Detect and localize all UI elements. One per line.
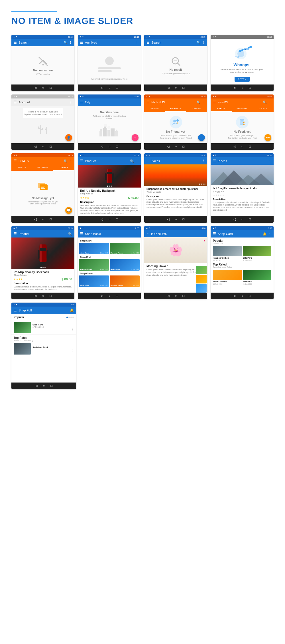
back-icon[interactable]: ◁ (233, 86, 236, 90)
tab-chats[interactable]: CHATS (53, 165, 74, 171)
recents-icon[interactable]: □ (50, 294, 52, 298)
search-icon[interactable]: 🔍 (196, 100, 200, 104)
home-icon[interactable]: ○ (109, 294, 111, 298)
back-icon[interactable]: ◁ (101, 145, 103, 148)
recents-icon[interactable]: □ (183, 218, 185, 221)
snap-full-item-park[interactable]: Side Park 17 Feb 2015 ⋮ (11, 321, 76, 335)
back-icon[interactable]: ◁ (233, 145, 236, 148)
home-icon[interactable]: ○ (43, 384, 45, 388)
more-icon[interactable]: ⋮ (268, 232, 271, 236)
home-icon[interactable]: ○ (175, 218, 177, 221)
back-icon[interactable]: ◁ (101, 218, 103, 221)
back-arrow-icon[interactable]: ← (146, 160, 149, 162)
snap-cell-2[interactable]: Morning Flower 12 Mar 2015 (110, 243, 140, 254)
more-icon[interactable]: ⋮ (135, 232, 139, 236)
home-icon[interactable]: ○ (42, 294, 44, 298)
search-icon[interactable]: 🔍 (64, 159, 68, 163)
recents-icon[interactable]: □ (116, 294, 118, 298)
search-icon[interactable]: 🔍 (130, 159, 134, 163)
more-icon[interactable]: ⋮ (202, 100, 205, 104)
recents-icon[interactable]: □ (249, 218, 251, 221)
back-icon[interactable]: ◁ (167, 86, 169, 90)
back-icon[interactable]: ◁ (167, 218, 169, 221)
snap-cell-3[interactable]: Morning Flower 12 Mar 2015 (79, 259, 109, 271)
home-icon[interactable]: ○ (175, 86, 177, 90)
home-icon[interactable]: ○ (42, 218, 44, 221)
back-icon[interactable]: ◁ (167, 145, 169, 148)
back-icon[interactable]: ◁ (233, 218, 236, 221)
snap-card-item-park[interactable]: Side Park 01 Jan 2016 (243, 246, 272, 261)
retry-button[interactable]: RETRY (235, 77, 250, 82)
recents-icon[interactable]: □ (50, 145, 52, 148)
recents-icon[interactable]: □ (249, 86, 251, 90)
back-icon[interactable]: ◁ (34, 218, 36, 221)
bell-icon[interactable]: 🔔 (263, 232, 267, 236)
tab-feeds[interactable]: FEEDS (11, 165, 32, 171)
search-icon[interactable]: 🔍 (68, 232, 72, 236)
back-icon[interactable]: ◁ (167, 294, 169, 298)
search-icon[interactable]: 🔍 (196, 41, 200, 45)
back-icon[interactable]: ◁ (101, 294, 103, 298)
home-icon[interactable]: ○ (109, 145, 111, 148)
snap-full-item-desk[interactable]: Architect Desk ⋮ (11, 342, 76, 356)
search-icon[interactable]: 🔍 (263, 100, 267, 104)
heart-icon[interactable]: ♥ (203, 238, 205, 242)
recents-icon[interactable]: □ (116, 145, 118, 148)
more-icon[interactable]: ⋮ (69, 41, 72, 45)
back-icon[interactable]: ◁ (34, 145, 36, 148)
home-icon[interactable]: ○ (241, 218, 243, 221)
recents-icon[interactable]: □ (116, 86, 118, 90)
more-icon[interactable]: ⋮ (202, 159, 205, 163)
tab-chats[interactable]: CHATS (253, 106, 274, 112)
snap-card-item-clothes[interactable]: Hanging Clothes 05 Jan 2015 (213, 246, 242, 261)
home-icon[interactable]: ○ (175, 145, 177, 148)
tab-friends[interactable]: FRIENDS (32, 165, 54, 171)
more-icon[interactable]: ⋮ (69, 159, 72, 163)
person-icon[interactable]: 👤 (201, 232, 205, 236)
snap-cell-1[interactable]: Night Skies 11 Mar 2015 (79, 243, 109, 254)
recents-icon[interactable]: □ (183, 86, 185, 90)
home-icon[interactable]: ○ (175, 294, 177, 298)
recents-icon[interactable]: □ (249, 145, 251, 148)
recents-icon[interactable]: □ (183, 294, 185, 298)
recents-icon[interactable]: □ (183, 145, 185, 148)
snap-cell-6[interactable]: Morning Flower 12 Mar 2015 (110, 275, 140, 287)
recents-icon[interactable]: □ (249, 294, 251, 298)
home-icon[interactable]: ○ (42, 145, 44, 148)
recents-icon[interactable]: □ (50, 86, 52, 90)
home-icon[interactable]: ○ (241, 294, 243, 298)
recents-icon[interactable]: □ (116, 218, 118, 221)
more-icon[interactable]: ⋮ (268, 100, 271, 104)
tab-friends[interactable]: FRIENDS (165, 106, 186, 112)
more-icon[interactable]: ⋮ (268, 159, 271, 163)
back-icon[interactable]: ◁ (101, 86, 103, 90)
add-city-fab[interactable]: + (132, 134, 139, 141)
tab-chats[interactable]: CHATS (186, 106, 207, 112)
search-icon[interactable]: 🔍 (64, 41, 68, 45)
new-chat-fab[interactable]: 💬 (65, 207, 72, 214)
add-feed-fab[interactable]: ✏ (264, 134, 271, 141)
home-icon[interactable]: ○ (109, 218, 111, 221)
more-icon[interactable]: ⋮ (71, 328, 74, 331)
back-icon[interactable]: ◁ (35, 384, 37, 388)
back-icon[interactable]: ◁ (34, 86, 36, 90)
home-icon[interactable]: ○ (42, 86, 44, 90)
home-icon[interactable]: ○ (241, 86, 243, 90)
more-icon[interactable]: ⋮ (135, 159, 139, 163)
snap-cell-5[interactable]: Night Skies 11 Mar 2015 (79, 275, 109, 287)
recents-icon[interactable]: □ (50, 218, 52, 221)
back-icon[interactable]: ◁ (233, 294, 236, 298)
more-icon[interactable]: ⋮ (135, 41, 139, 45)
recents-icon[interactable]: □ (51, 384, 53, 388)
tab-friends[interactable]: FRIENDS (232, 106, 253, 112)
bell-icon[interactable]: 🔔 (70, 308, 74, 312)
home-icon[interactable]: ○ (109, 86, 111, 90)
tab-feeds[interactable]: FEEDS (144, 106, 165, 112)
add-friend-fab[interactable]: 👤 (198, 134, 205, 141)
more-icon[interactable]: ⋮ (69, 100, 72, 104)
more-icon[interactable]: ⋮ (71, 349, 74, 352)
add-account-fab[interactable]: 👤 (65, 134, 72, 141)
more-icon[interactable]: ⋮ (135, 100, 139, 104)
snap-card-item-park2[interactable]: Side Park 01 Jan 2016 (243, 270, 272, 285)
more-icon[interactable]: ⋮ (202, 41, 205, 45)
